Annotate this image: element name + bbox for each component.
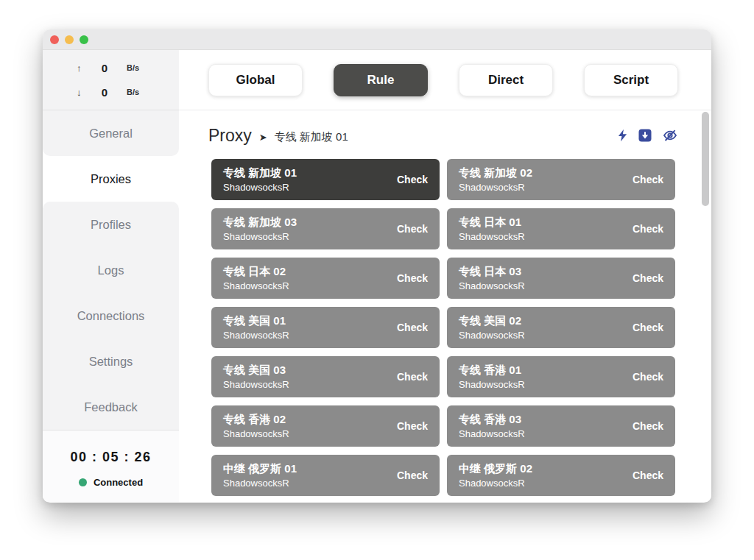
scrollbar-thumb[interactable] [702,112,709,206]
check-button[interactable]: Check [397,371,428,383]
check-button[interactable]: Check [397,272,428,284]
sidebar-footer: 00 : 05 : 26 Connected [43,430,179,502]
zoom-button[interactable] [80,35,88,44]
sidebar-item[interactable]: Feedback [43,384,179,430]
connection-status: Connected [79,477,143,488]
mode-button[interactable]: Global [208,64,303,96]
sidebar-item-label: Proxies [91,172,131,186]
proxy-card[interactable]: 专线 新加坡 01 ShadowsocksR Check [211,159,440,200]
status-dot-icon [79,478,87,486]
check-button[interactable]: Check [397,223,428,235]
download-arrow-icon: ↓ [77,87,91,98]
sidebar-item-label: Logs [98,263,124,277]
download-speed-value: 0 [91,86,118,99]
sidebar-item[interactable]: Proxies [43,156,179,202]
proxy-card[interactable]: 中继 俄罗斯 01 ShadowsocksR Check [211,455,440,496]
upload-speed-value: 0 [91,62,118,74]
breadcrumb-arrow-icon: ➤ [259,132,267,143]
mode-button[interactable]: Rule [334,64,428,96]
proxy-card[interactable]: 中继 俄罗斯 02 ShadowsocksR Check [447,455,675,496]
sidebar-item-label: General [89,127,133,141]
minimize-button[interactable] [65,35,74,44]
check-button[interactable]: Check [633,322,663,333]
sidebar-item[interactable]: Logs [43,247,179,293]
check-button[interactable]: Check [633,420,663,432]
proxy-card[interactable]: 专线 美国 01 ShadowsocksR Check [211,307,440,348]
sidebar-item[interactable]: Settings [43,339,179,384]
sidebar-item-label: Connections [77,309,145,323]
eye-off-icon[interactable] [663,129,677,142]
sidebar-item-label: Feedback [84,400,137,414]
upload-speed-unit: B/s [127,63,139,72]
box-down-arrow-icon[interactable] [638,129,652,142]
mode-button[interactable]: Direct [459,64,553,96]
proxy-card[interactable]: 专线 新加坡 02 ShadowsocksR Check [447,159,675,200]
mode-button[interactable]: Script [584,64,678,96]
traffic-speed-panel: ↑ 0 B/s ↓ 0 B/s [43,50,179,110]
download-speed-unit: B/s [127,88,139,96]
sidebar-item-label: Settings [89,355,133,369]
header-icon-toolbar [618,129,677,142]
sidebar-nav: General Proxies Profiles Logs [43,110,179,430]
sidebar-item-label: Profiles [91,218,131,232]
selected-proxy-label: 专线 新加坡 01 [275,130,348,144]
proxy-card[interactable]: 专线 日本 02 ShadowsocksR Check [211,258,440,299]
proxy-card[interactable]: 专线 香港 01 ShadowsocksR Check [447,356,675,397]
check-button[interactable]: Check [397,322,428,333]
sidebar-item[interactable]: Connections [43,293,179,339]
sidebar-item[interactable]: Profiles [43,202,179,247]
titlebar [43,29,711,50]
check-button[interactable]: Check [397,469,428,481]
proxy-card[interactable]: 专线 新加坡 03 ShadowsocksR Check [211,208,440,249]
upload-arrow-icon: ↑ [77,63,91,74]
window-body: ↑ 0 B/s ↓ 0 B/s General Pr [43,50,711,502]
proxy-card[interactable]: 专线 香港 03 ShadowsocksR Check [447,405,675,447]
proxy-card[interactable]: 专线 日本 01 ShadowsocksR Check [447,208,675,249]
check-button[interactable]: Check [397,420,428,432]
proxy-card-grid: 专线 新加坡 01 ShadowsocksR Check 专线 新加坡 02 S… [179,146,711,496]
main-content: Global Rule Direct Script Proxy ➤ 专线 新加坡… [179,50,711,502]
sidebar: ↑ 0 B/s ↓ 0 B/s General Pr [43,50,179,502]
download-speed-row: ↓ 0 B/s [77,86,179,99]
proxy-card[interactable]: 专线 美国 02 ShadowsocksR Check [447,307,675,348]
sidebar-item[interactable]: General [43,110,179,156]
connection-timer: 00 : 05 : 26 [70,450,151,465]
proxy-card[interactable]: 专线 香港 02 ShadowsocksR Check [211,405,440,447]
check-button[interactable]: Check [633,272,663,284]
mode-switcher: Global Rule Direct Script [179,50,711,110]
check-button[interactable]: Check [633,223,663,235]
check-button[interactable]: Check [633,469,663,481]
status-label: Connected [94,477,143,488]
proxy-card[interactable]: 专线 日本 03 ShadowsocksR Check [447,258,675,299]
check-button[interactable]: Check [397,174,428,185]
proxy-card[interactable]: 专线 美国 03 ShadowsocksR Check [211,356,440,397]
close-button[interactable] [50,35,59,44]
upload-speed-row: ↑ 0 B/s [77,62,179,74]
group-title: Proxy [208,126,252,146]
app-window: ↑ 0 B/s ↓ 0 B/s General Pr [43,29,711,503]
lightning-bolt-icon[interactable] [618,129,627,142]
proxy-group-header: Proxy ➤ 专线 新加坡 01 [179,110,711,146]
check-button[interactable]: Check [633,371,663,383]
check-button[interactable]: Check [633,174,663,185]
